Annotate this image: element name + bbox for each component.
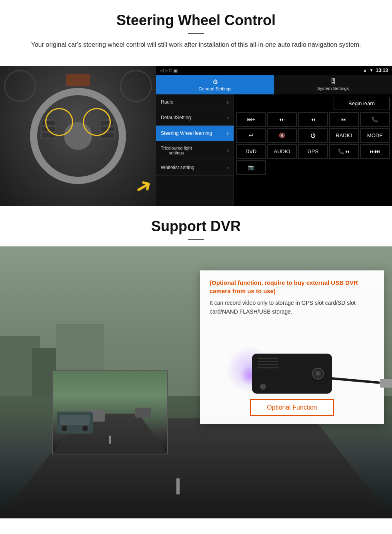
vent-3 [258,364,278,365]
menu-item-default-label: DefaultSetting [161,115,191,120]
ctrl-btn-next[interactable]: ⏭ [329,112,358,127]
vent-2 [258,361,278,362]
menu-item-tricoloured[interactable]: Tricoloured lightsettings › [156,141,234,160]
menu-item-whitelist[interactable]: Whitelist setting › [156,160,234,176]
tab-general-label: General Settings [199,86,232,91]
thumb-car-2 [135,408,151,418]
begin-learn-row: Begin learn [236,97,390,110]
chevron-whitelist: › [227,164,229,171]
signal-icon: ▲ [363,68,367,72]
steering-wheel-section: Steering Wheel Control Your original car… [0,0,392,66]
vent-1 [258,358,278,359]
tablet-right-panel: Begin learn ⏮+ ⏮- ⏮ ⏭ 📞 ↩ 🔇 ⏻ RADIO MODE [234,94,392,206]
steering-photo: ➜ [0,66,156,206]
dvr-vents [258,358,278,368]
menu-item-defaultsetting[interactable]: DefaultSetting › [156,110,234,126]
thumb-wheel-rear [82,425,89,432]
tablet-content: Radio › DefaultSetting › Steering Wheel … [156,94,392,206]
ctrl-btn-vol-up[interactable]: ⏮+ [236,112,266,127]
dvr-cable-main [328,377,380,384]
ctrl-btn-phone-prev[interactable]: 📞⏮ [329,144,358,159]
ctrl-btn-gps[interactable]: GPS [298,144,328,159]
time-display: 13:13 [376,68,388,73]
ctrl-btn-next-fast[interactable]: ⏭⏭ [360,144,390,159]
sw-circle-left [45,108,73,136]
dvr-camera-main [252,354,332,394]
ctrl-btn-vol-down[interactable]: ⏮- [267,112,296,127]
sw-arrow: ➜ [130,172,156,200]
ctrl-btn-phone[interactable]: 📞 [360,112,390,127]
thumb-road-stripe [109,436,111,444]
dvr-thumb-inner [53,371,167,454]
dvr-info-card: (Optional function, require to buy exter… [200,270,384,424]
chevron-steering: › [227,130,229,136]
chevron-default: › [227,114,229,121]
control-buttons-grid: ⏮+ ⏮- ⏮ ⏭ 📞 ↩ 🔇 ⏻ RADIO MODE DVD AUDIO G… [236,112,390,175]
ctrl-btn-power[interactable]: ⏻ [298,128,328,143]
chevron-radio: › [227,99,229,105]
steering-composite: ➜ ◁ ○ □ ▣ ▲ ▼ 13:13 ⚙ General Settings 🎛… [0,66,392,206]
tab-system-label: System Settings [317,86,349,91]
menu-item-tricoloured-label: Tricoloured lightsettings [161,146,192,155]
thumb-wheel-front [61,425,68,432]
ctrl-btn-mode[interactable]: MODE [360,128,390,143]
wifi-icon: ▼ [369,68,373,72]
menu-item-radio[interactable]: Radio › [156,94,234,110]
dvr-optional-text: (Optional function, require to buy exter… [210,278,374,295]
dvr-title: Support DVR [16,218,376,235]
thumb-suv-body [60,415,90,425]
general-settings-icon: ⚙ [158,78,272,86]
optional-function-button[interactable]: Optional Function [250,399,334,416]
dvr-title-divider [188,239,204,240]
dvr-usb-connector [380,379,392,388]
steering-bg: ➜ [0,66,156,206]
ctrl-btn-dvd[interactable]: DVD [236,144,266,159]
dvr-section-header: Support DVR [0,206,392,246]
ctrl-btn-audio[interactable]: AUDIO [267,144,296,159]
page-title: Steering Wheel Control [16,12,376,29]
menu-item-steering-label: Steering Wheel learning [161,130,212,136]
title-divider [188,33,204,34]
steering-wheel [30,88,126,184]
chevron-tricoloured: › [227,147,229,154]
dvr-camera-area [210,322,374,394]
dvr-lens [312,368,324,380]
section1-subtitle: Your original car's steering wheel contr… [24,40,368,50]
ctrl-btn-radio[interactable]: RADIO [329,128,358,143]
dvr-desc-text: It can record video only to storage in G… [210,298,374,316]
vent-4 [258,367,278,368]
tablet-menu: Radio › DefaultSetting › Steering Wheel … [156,94,234,206]
begin-learn-button[interactable]: Begin learn [334,97,390,110]
dvr-composite: (Optional function, require to buy exter… [0,246,392,518]
sw-circle-right [83,108,111,136]
tab-system-settings[interactable]: 🎛 System Settings [274,75,392,94]
dvr-button [260,384,266,390]
nav-back[interactable]: ◁ ○ □ ▣ [160,68,178,73]
dvr-section: Support DVR [0,206,392,518]
tablet-tabs: ⚙ General Settings 🎛 System Settings [156,75,392,94]
thumb-suv [57,412,93,434]
menu-item-radio-label: Radio [161,99,173,105]
menu-item-whitelist-label: Whitelist setting [161,165,194,170]
dvr-camera-body [252,354,332,394]
ctrl-btn-mute[interactable]: 🔇 [267,128,296,143]
ctrl-btn-hangup[interactable]: ↩ [236,128,266,143]
tablet-statusbar: ◁ ○ □ ▣ ▲ ▼ 13:13 [156,66,392,75]
warning-light [66,74,90,86]
tablet-ui: ◁ ○ □ ▣ ▲ ▼ 13:13 ⚙ General Settings 🎛 S… [156,66,392,206]
road-marking [176,478,180,494]
system-settings-icon: 🎛 [276,78,390,85]
ctrl-btn-prev[interactable]: ⏮ [298,112,328,127]
tab-general-settings[interactable]: ⚙ General Settings [156,75,274,94]
dvr-thumbnail [52,370,168,454]
menu-item-steering-wheel-learning[interactable]: Steering Wheel learning › [156,126,234,141]
ctrl-btn-camera[interactable]: 📷 [236,160,266,175]
sw-outer-ring [30,88,126,184]
